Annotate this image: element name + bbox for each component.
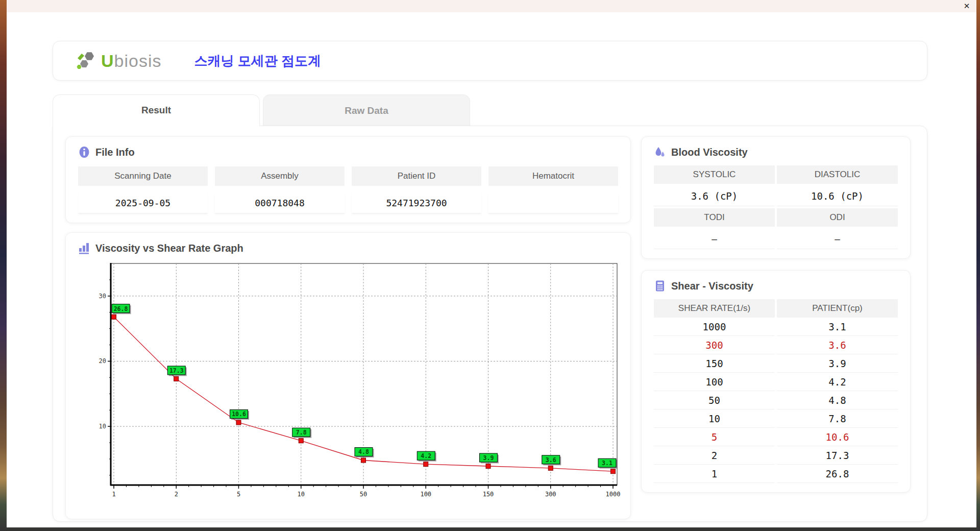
table-row: 510.6 [654,428,898,446]
graph-title: Viscosity vs Shear Rate Graph [95,243,243,254]
ubiosis-logo-icon [77,51,97,70]
svg-text:10.6: 10.6 [232,411,246,418]
file-info-title: File Info [95,147,135,158]
shear-cell: 10 [654,409,775,428]
blood-viscosity-title: Blood Viscosity [671,147,748,158]
table-row: 10003.1 [654,318,898,336]
file-info-value-assembly: 000718048 [215,193,345,213]
shear-viscosity-card: Shear - Viscosity SHEAR RATE(1/s) PATIEN… [641,270,911,493]
result-panel: File Info Scanning Date Assembly Patient… [53,126,927,522]
bv-label-odi: ODI [777,208,898,227]
svg-text:2: 2 [175,491,178,498]
svg-text:10: 10 [298,491,305,498]
file-info-label-assembly: Assembly [215,166,345,186]
table-row: 217.3 [654,446,898,465]
shear-cell: 300 [654,336,775,354]
svg-text:50: 50 [360,491,367,498]
bar-chart-icon [78,242,90,254]
svg-text:150: 150 [483,491,494,498]
bv-value-odi: – [777,229,898,249]
shear-viscosity-table: SHEAR RATE(1/s) PATIENT(cp) 10003.1 3003… [654,299,898,483]
svg-text:4.2: 4.2 [421,452,431,460]
app-window: Ubiosis 스캐닝 모세관 점도계 Result Raw Data File… [7,12,976,527]
patient-cell: 3.9 [777,354,898,373]
bv-value-todi: – [654,229,775,249]
file-info-value-scanning-date: 2025-09-05 [78,193,208,213]
patient-cell: 26.8 [777,465,898,483]
calculator-icon [654,280,666,292]
file-info-label-scanning-date: Scanning Date [78,166,208,186]
blood-viscosity-table: SYSTOLIC DIASTOLIC 3.6 (cP) 10.6 (cP) TO… [654,165,898,249]
bv-label-systolic: SYSTOLIC [654,165,775,184]
file-info-grid: Scanning Date Assembly Patient ID Hemato… [78,166,618,213]
tab-result[interactable]: Result [53,94,260,126]
logo-text: Ubiosis [101,51,162,71]
shear-cell: 150 [654,354,775,373]
blood-viscosity-card: Blood Viscosity SYSTOLIC DIASTOLIC 3.6 (… [641,136,911,259]
shear-rate-column-header: SHEAR RATE(1/s) [654,299,775,318]
right-column: Blood Viscosity SYSTOLIC DIASTOLIC 3.6 (… [641,136,911,511]
svg-text:4.8: 4.8 [358,448,369,455]
info-icon [78,146,90,158]
svg-text:10: 10 [99,423,106,430]
patient-cell: 10.6 [777,428,898,446]
svg-text:100: 100 [420,491,431,498]
file-info-card: File Info Scanning Date Assembly Patient… [65,136,631,223]
patient-cell: 3.1 [777,318,898,336]
svg-text:17.3: 17.3 [169,367,184,374]
graph-card: Viscosity vs Shear Rate Graph 1020301251… [65,232,631,519]
table-row: 3003.6 [654,336,898,354]
logo-text-u: U [101,51,114,70]
shear-table-header: SHEAR RATE(1/s) PATIENT(cp) [654,299,898,318]
close-icon[interactable]: ✕ [961,1,972,12]
shear-cell: 2 [654,446,775,465]
viscosity-chart: 1020301251050100150300100026.817.310.67.… [95,259,618,503]
bv-label-todi: TODI [654,208,775,227]
bv-value-systolic: 3.6 (cP) [654,186,775,206]
svg-text:26.8: 26.8 [114,305,128,312]
svg-text:3.9: 3.9 [483,454,494,462]
file-info-header: File Info [78,146,618,158]
bv-value-diastolic: 10.6 (cP) [777,186,898,206]
svg-text:7.8: 7.8 [296,429,307,436]
patient-cell: 3.6 [777,336,898,354]
header-card: Ubiosis 스캐닝 모세관 점도계 [53,41,927,81]
ubiosis-logo: Ubiosis [77,51,162,71]
patient-cell: 4.2 [777,373,898,391]
patient-cell: 7.8 [777,409,898,428]
file-info-label-patient-id: Patient ID [352,166,481,186]
svg-text:3.6: 3.6 [546,456,556,464]
svg-text:300: 300 [545,491,556,498]
shear-cell: 1000 [654,318,775,336]
shear-cell: 50 [654,391,775,409]
blood-viscosity-header: Blood Viscosity [654,146,898,158]
table-row: 504.8 [654,391,898,409]
table-row: 1004.2 [654,373,898,391]
table-row: 126.8 [654,465,898,483]
droplets-icon [654,146,666,158]
left-column: File Info Scanning Date Assembly Patient… [65,136,631,511]
svg-text:3.1: 3.1 [602,460,612,467]
patient-column-header: PATIENT(cp) [777,299,898,318]
tab-raw-data[interactable]: Raw Data [263,94,470,126]
shear-viscosity-title: Shear - Viscosity [671,280,753,292]
svg-text:30: 30 [99,293,106,300]
bv-label-diastolic: DIASTOLIC [777,165,898,184]
file-info-label-hematocrit: Hematocrit [488,166,618,186]
logo-text-rest: biosis [114,51,162,70]
shear-cell: 5 [654,428,775,446]
table-row: 107.8 [654,409,898,428]
shear-cell: 100 [654,373,775,391]
patient-cell: 17.3 [777,446,898,465]
shear-cell: 1 [654,465,775,483]
svg-text:1: 1 [112,491,115,498]
table-row: 1503.9 [654,354,898,373]
tab-bar: Result Raw Data [53,94,470,126]
svg-text:1000: 1000 [606,491,621,498]
graph-header: Viscosity vs Shear Rate Graph [78,242,618,254]
file-info-value-patient-id: 52471923700 [352,193,481,213]
titlebar: ✕ [7,0,976,12]
file-info-value-hematocrit [488,193,618,213]
svg-text:20: 20 [99,357,106,365]
page-title: 스캐닝 모세관 점도계 [194,52,321,70]
